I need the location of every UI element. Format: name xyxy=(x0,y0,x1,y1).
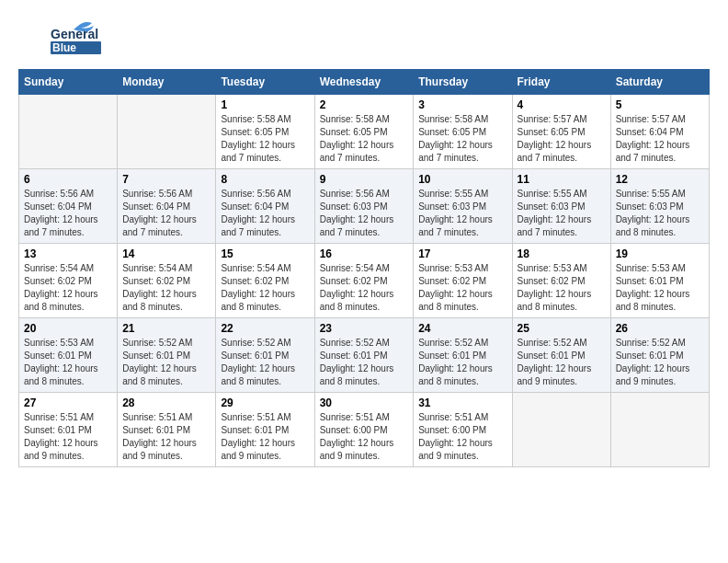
calendar-week-row: 20Sunrise: 5:53 AM Sunset: 6:01 PM Dayli… xyxy=(19,318,710,393)
day-info: Sunrise: 5:52 AM Sunset: 6:01 PM Dayligh… xyxy=(122,337,210,388)
calendar-day-cell: 22Sunrise: 5:52 AM Sunset: 6:01 PM Dayli… xyxy=(216,318,314,393)
day-info: Sunrise: 5:56 AM Sunset: 6:03 PM Dayligh… xyxy=(320,188,409,239)
weekday-header-sunday: Sunday xyxy=(19,70,118,95)
calendar-day-cell: 29Sunrise: 5:51 AM Sunset: 6:01 PM Dayli… xyxy=(216,393,314,467)
day-info: Sunrise: 5:52 AM Sunset: 6:01 PM Dayligh… xyxy=(221,337,309,388)
day-info: Sunrise: 5:53 AM Sunset: 6:02 PM Dayligh… xyxy=(418,262,506,314)
day-info: Sunrise: 5:58 AM Sunset: 6:05 PM Dayligh… xyxy=(221,113,309,165)
day-info: Sunrise: 5:56 AM Sunset: 6:04 PM Dayligh… xyxy=(24,188,112,239)
calendar-day-cell: 15Sunrise: 5:54 AM Sunset: 6:02 PM Dayli… xyxy=(216,244,314,318)
day-number: 29 xyxy=(221,396,309,409)
weekday-header-saturday: Saturday xyxy=(610,70,709,95)
day-info: Sunrise: 5:51 AM Sunset: 6:01 PM Dayligh… xyxy=(221,411,309,463)
day-info: Sunrise: 5:52 AM Sunset: 6:01 PM Dayligh… xyxy=(320,337,409,388)
day-info: Sunrise: 5:53 AM Sunset: 6:01 PM Dayligh… xyxy=(616,262,704,314)
day-info: Sunrise: 5:52 AM Sunset: 6:01 PM Dayligh… xyxy=(418,337,506,388)
calendar-day-cell xyxy=(512,393,610,467)
day-number: 2 xyxy=(320,98,409,111)
calendar-day-cell: 1Sunrise: 5:58 AM Sunset: 6:05 PM Daylig… xyxy=(216,95,314,169)
calendar-day-cell xyxy=(19,95,118,169)
weekday-header-monday: Monday xyxy=(118,70,216,95)
day-number: 9 xyxy=(320,173,409,186)
calendar-table: SundayMondayTuesdayWednesdayThursdayFrid… xyxy=(18,69,710,467)
calendar-day-cell: 14Sunrise: 5:54 AM Sunset: 6:02 PM Dayli… xyxy=(118,244,216,318)
calendar-week-row: 27Sunrise: 5:51 AM Sunset: 6:01 PM Dayli… xyxy=(19,393,710,467)
weekday-header-tuesday: Tuesday xyxy=(216,70,314,95)
day-number: 5 xyxy=(616,98,704,111)
day-number: 16 xyxy=(320,247,409,260)
day-info: Sunrise: 5:56 AM Sunset: 6:04 PM Dayligh… xyxy=(221,188,309,239)
calendar-day-cell: 16Sunrise: 5:54 AM Sunset: 6:02 PM Dayli… xyxy=(314,244,414,318)
calendar-day-cell: 21Sunrise: 5:52 AM Sunset: 6:01 PM Dayli… xyxy=(118,318,216,393)
calendar-day-cell: 20Sunrise: 5:53 AM Sunset: 6:01 PM Dayli… xyxy=(19,318,118,393)
day-number: 23 xyxy=(320,322,409,335)
calendar-day-cell: 30Sunrise: 5:51 AM Sunset: 6:00 PM Dayli… xyxy=(314,393,414,467)
day-info: Sunrise: 5:55 AM Sunset: 6:03 PM Dayligh… xyxy=(418,188,506,239)
weekday-header-friday: Friday xyxy=(512,70,610,95)
day-info: Sunrise: 5:56 AM Sunset: 6:04 PM Dayligh… xyxy=(122,188,210,239)
calendar-day-cell: 28Sunrise: 5:51 AM Sunset: 6:01 PM Dayli… xyxy=(118,393,216,467)
weekday-header-wednesday: Wednesday xyxy=(314,70,414,95)
calendar-day-cell: 12Sunrise: 5:55 AM Sunset: 6:03 PM Dayli… xyxy=(610,169,709,244)
calendar-day-cell: 11Sunrise: 5:55 AM Sunset: 6:03 PM Dayli… xyxy=(512,169,610,244)
day-info: Sunrise: 5:57 AM Sunset: 6:04 PM Dayligh… xyxy=(616,113,704,165)
calendar-day-cell xyxy=(610,393,709,467)
day-number: 3 xyxy=(418,98,506,111)
calendar-day-cell: 31Sunrise: 5:51 AM Sunset: 6:00 PM Dayli… xyxy=(414,393,512,467)
day-number: 18 xyxy=(518,247,606,260)
day-info: Sunrise: 5:57 AM Sunset: 6:05 PM Dayligh… xyxy=(518,113,606,165)
day-number: 12 xyxy=(616,173,704,186)
day-number: 6 xyxy=(24,173,112,186)
calendar-week-row: 13Sunrise: 5:54 AM Sunset: 6:02 PM Dayli… xyxy=(19,244,710,318)
day-info: Sunrise: 5:52 AM Sunset: 6:01 PM Dayligh… xyxy=(616,337,704,388)
day-number: 13 xyxy=(24,247,112,260)
day-info: Sunrise: 5:51 AM Sunset: 6:00 PM Dayligh… xyxy=(320,411,409,463)
day-number: 27 xyxy=(24,396,112,409)
day-info: Sunrise: 5:55 AM Sunset: 6:03 PM Dayligh… xyxy=(616,188,704,239)
day-info: Sunrise: 5:51 AM Sunset: 6:01 PM Dayligh… xyxy=(24,411,112,463)
day-info: Sunrise: 5:53 AM Sunset: 6:02 PM Dayligh… xyxy=(518,262,606,314)
day-info: Sunrise: 5:54 AM Sunset: 6:02 PM Dayligh… xyxy=(320,262,409,314)
day-number: 14 xyxy=(122,247,210,260)
calendar-day-cell: 9Sunrise: 5:56 AM Sunset: 6:03 PM Daylig… xyxy=(314,169,414,244)
page-header: General Blue xyxy=(18,18,710,60)
weekday-header-thursday: Thursday xyxy=(414,70,512,95)
day-info: Sunrise: 5:54 AM Sunset: 6:02 PM Dayligh… xyxy=(221,262,309,314)
calendar-day-cell: 5Sunrise: 5:57 AM Sunset: 6:04 PM Daylig… xyxy=(610,95,709,169)
day-number: 20 xyxy=(24,322,112,335)
day-number: 26 xyxy=(616,322,704,335)
day-number: 21 xyxy=(122,322,210,335)
day-number: 17 xyxy=(418,247,506,260)
day-number: 22 xyxy=(221,322,309,335)
day-number: 25 xyxy=(518,322,606,335)
calendar-day-cell: 26Sunrise: 5:52 AM Sunset: 6:01 PM Dayli… xyxy=(610,318,709,393)
calendar-day-cell: 23Sunrise: 5:52 AM Sunset: 6:01 PM Dayli… xyxy=(314,318,414,393)
day-info: Sunrise: 5:58 AM Sunset: 6:05 PM Dayligh… xyxy=(418,113,506,165)
day-number: 1 xyxy=(221,98,309,111)
calendar-day-cell: 27Sunrise: 5:51 AM Sunset: 6:01 PM Dayli… xyxy=(19,393,118,467)
day-number: 31 xyxy=(418,396,506,409)
day-info: Sunrise: 5:51 AM Sunset: 6:00 PM Dayligh… xyxy=(418,411,506,463)
day-info: Sunrise: 5:55 AM Sunset: 6:03 PM Dayligh… xyxy=(518,188,606,239)
calendar-day-cell: 7Sunrise: 5:56 AM Sunset: 6:04 PM Daylig… xyxy=(118,169,216,244)
day-number: 4 xyxy=(518,98,606,111)
day-number: 24 xyxy=(418,322,506,335)
logo-svg: General Blue xyxy=(18,18,110,60)
calendar-day-cell: 4Sunrise: 5:57 AM Sunset: 6:05 PM Daylig… xyxy=(512,95,610,169)
calendar-header-row: SundayMondayTuesdayWednesdayThursdayFrid… xyxy=(19,70,710,95)
day-number: 15 xyxy=(221,247,309,260)
calendar-day-cell: 17Sunrise: 5:53 AM Sunset: 6:02 PM Dayli… xyxy=(414,244,512,318)
svg-text:Blue: Blue xyxy=(52,41,76,54)
day-info: Sunrise: 5:52 AM Sunset: 6:01 PM Dayligh… xyxy=(518,337,606,388)
day-info: Sunrise: 5:51 AM Sunset: 6:01 PM Dayligh… xyxy=(122,411,210,463)
day-info: Sunrise: 5:54 AM Sunset: 6:02 PM Dayligh… xyxy=(122,262,210,314)
calendar-day-cell: 24Sunrise: 5:52 AM Sunset: 6:01 PM Dayli… xyxy=(414,318,512,393)
logo: General Blue xyxy=(18,18,110,60)
svg-text:General: General xyxy=(51,27,98,41)
calendar-day-cell: 13Sunrise: 5:54 AM Sunset: 6:02 PM Dayli… xyxy=(19,244,118,318)
day-info: Sunrise: 5:54 AM Sunset: 6:02 PM Dayligh… xyxy=(24,262,112,314)
day-number: 8 xyxy=(221,173,309,186)
calendar-week-row: 1Sunrise: 5:58 AM Sunset: 6:05 PM Daylig… xyxy=(19,95,710,169)
day-info: Sunrise: 5:58 AM Sunset: 6:05 PM Dayligh… xyxy=(320,113,409,165)
calendar-day-cell: 6Sunrise: 5:56 AM Sunset: 6:04 PM Daylig… xyxy=(19,169,118,244)
